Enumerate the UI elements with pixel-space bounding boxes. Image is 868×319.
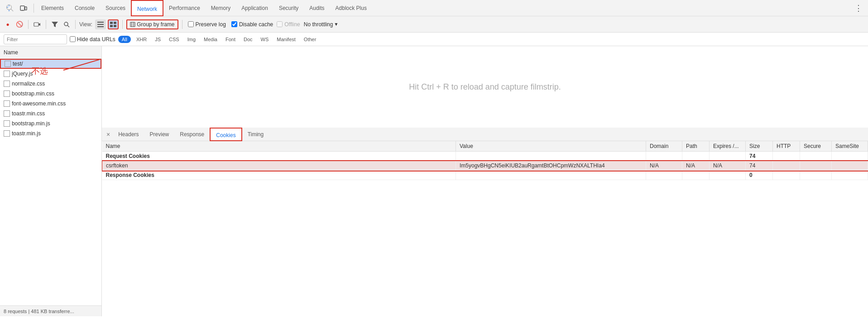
detail-tabs: × Headers Preview Response Cookies Timin…: [102, 128, 868, 141]
filter-font-button[interactable]: Font: [223, 36, 238, 43]
throttle-dropdown-icon: ▼: [334, 22, 338, 27]
search-icon[interactable]: [62, 19, 72, 29]
throttle-selector[interactable]: No throttling ▼: [302, 20, 340, 29]
record-button[interactable]: ●: [3, 19, 13, 29]
file-item-bootstrap-js[interactable]: bootstrap.min.js: [0, 119, 101, 129]
main-tab-bar: Elements Console Sources Network Perform…: [0, 0, 868, 16]
file-item-fontawesome[interactable]: font-awesome.min.css: [0, 99, 101, 109]
cookie-value-csrftoken: Im5yogvBHgCN5eiKIUB2auRgamtBtOHCpmWzNXAL…: [456, 161, 646, 171]
detail-tab-headers[interactable]: Headers: [113, 128, 144, 141]
throttle-label: No throttling: [304, 21, 333, 28]
file-item-toastr-js[interactable]: toastr.min.js: [0, 129, 101, 138]
file-item-test[interactable]: test/: [0, 59, 101, 69]
file-icon: [5, 61, 11, 67]
filter-other-button[interactable]: Other: [301, 36, 319, 43]
cookie-name-csrftoken: csrftoken: [102, 161, 456, 171]
response-cookies-header: Response Cookies 0: [102, 171, 868, 180]
filter-js-button[interactable]: JS: [152, 36, 163, 43]
cookie-http-csrftoken: [773, 161, 800, 171]
offline-label: Offline: [284, 21, 300, 28]
filter-manifest-button[interactable]: Manifest: [274, 36, 298, 43]
inspect-icon[interactable]: [5, 3, 15, 14]
detail-view-button[interactable]: [108, 19, 119, 29]
col-size: Size: [746, 141, 773, 152]
tab-adblock[interactable]: Adblock Plus: [330, 0, 372, 16]
offline-checkbox[interactable]: Offline: [277, 21, 300, 28]
cookies-table: Name Value Domain Path Expires /... Size…: [102, 141, 868, 316]
main-content: Name test/ jQuery.js normalize.css boots…: [0, 46, 868, 316]
detail-tab-cookies[interactable]: Cookies: [210, 128, 242, 141]
filter-input[interactable]: [4, 34, 67, 44]
detail-tab-response[interactable]: Response: [174, 128, 210, 141]
tab-sources[interactable]: Sources: [100, 0, 131, 16]
file-icon: [4, 110, 10, 117]
cookie-domain-csrftoken: N/A: [646, 161, 682, 171]
toolbar-sep-2: [46, 20, 46, 29]
file-name-fontawesome: font-awesome.min.css: [12, 100, 66, 107]
file-icon: [4, 90, 10, 97]
file-item-normalize[interactable]: normalize.css: [0, 79, 101, 89]
toolbar-sep-3: [75, 20, 76, 29]
file-name-test: test/: [13, 61, 23, 67]
file-name-jquery: jQuery.js: [12, 71, 33, 77]
response-cookies-label: Response Cookies: [102, 171, 456, 180]
file-item-toastr-css[interactable]: toastr.min.css: [0, 109, 101, 119]
file-name-toastr-css: toastr.min.css: [12, 110, 45, 117]
group-by-frame-button[interactable]: Group by frame: [126, 19, 178, 29]
file-icon: [4, 100, 10, 107]
hide-data-urls-checkbox[interactable]: Hide data URLs: [70, 36, 115, 43]
svg-rect-11: [97, 22, 104, 23]
tab-performance[interactable]: Performance: [163, 0, 206, 16]
tab-security[interactable]: Security: [273, 0, 304, 16]
close-detail-button[interactable]: ×: [104, 131, 113, 138]
screenshot-button[interactable]: [32, 19, 42, 29]
filter-css-button[interactable]: CSS: [166, 36, 182, 43]
tab-elements[interactable]: Elements: [36, 0, 69, 16]
col-value: Value: [456, 141, 646, 152]
svg-rect-1: [9, 10, 10, 11]
file-name-bootstrap-css: bootstrap.min.css: [12, 90, 54, 97]
device-icon[interactable]: [18, 3, 29, 14]
tab-network[interactable]: Network: [131, 0, 163, 16]
col-name: Name: [102, 141, 456, 152]
file-list: Name test/ jQuery.js normalize.css boots…: [0, 46, 102, 316]
tab-audits[interactable]: Audits: [304, 0, 330, 16]
disable-cache-checkbox[interactable]: Disable cache: [230, 20, 275, 29]
svg-rect-3: [20, 6, 24, 10]
list-view-button[interactable]: [95, 19, 106, 29]
svg-rect-0: [9, 5, 10, 6]
svg-rect-15: [114, 22, 116, 24]
filter-ws-button[interactable]: WS: [258, 36, 272, 43]
filter-toggle-icon[interactable]: [50, 19, 60, 29]
svg-rect-17: [114, 25, 116, 27]
tab-console[interactable]: Console: [69, 0, 100, 16]
filter-img-button[interactable]: Img: [185, 36, 198, 43]
view-label: View:: [79, 21, 92, 28]
group-by-frame-label: Group by frame: [137, 21, 174, 28]
more-options-icon[interactable]: ⋮: [851, 3, 866, 13]
detail-tab-preview[interactable]: Preview: [144, 128, 175, 141]
preserve-log-checkbox[interactable]: Preserve log: [186, 20, 228, 29]
file-item-bootstrap-css[interactable]: bootstrap.min.css: [0, 89, 101, 99]
detail-tab-timing[interactable]: Timing: [242, 128, 269, 141]
filter-xhr-button[interactable]: XHR: [134, 36, 149, 43]
file-icon: [4, 71, 10, 77]
separator: [34, 4, 34, 13]
clear-button[interactable]: 🚫: [14, 19, 24, 29]
filter-doc-button[interactable]: Doc: [241, 36, 255, 43]
tab-application[interactable]: Application: [236, 0, 273, 16]
tab-memory[interactable]: Memory: [206, 0, 236, 16]
filter-media-button[interactable]: Media: [201, 36, 220, 43]
svg-rect-14: [110, 22, 113, 24]
request-cookies-header: Request Cookies 74: [102, 152, 868, 161]
preserve-log-label: Preserve log: [196, 21, 226, 28]
col-domain: Domain: [646, 141, 682, 152]
svg-rect-6: [34, 23, 38, 26]
filter-row: Hide data URLs All XHR JS CSS Img Media …: [0, 33, 868, 46]
file-item-jquery[interactable]: jQuery.js: [0, 69, 101, 79]
svg-point-9: [64, 22, 68, 26]
file-list-header: Name: [0, 46, 101, 59]
cookie-secure-csrftoken: [800, 161, 832, 171]
cookie-row-csrftoken[interactable]: csrftoken Im5yogvBHgCN5eiKIUB2auRgamtBtO…: [102, 161, 868, 171]
filter-all-button[interactable]: All: [118, 36, 131, 43]
